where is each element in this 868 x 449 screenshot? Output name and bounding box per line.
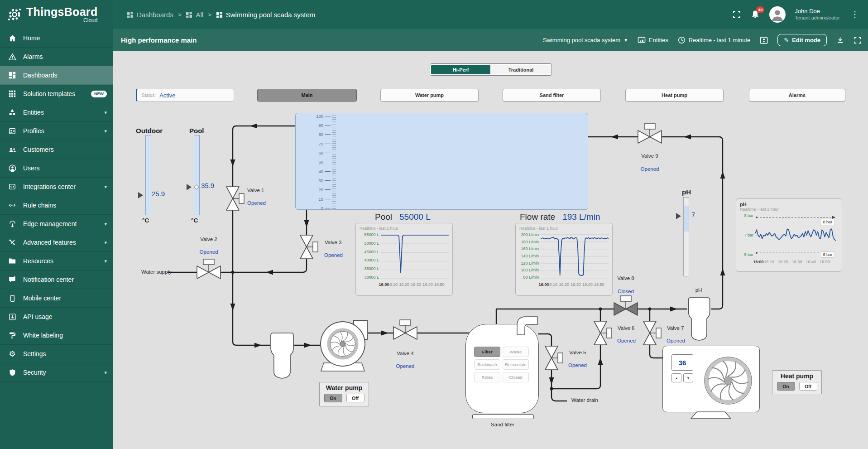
nav-button-heat-pump[interactable]: Heat pump: [625, 89, 724, 101]
sidebar-item-home[interactable]: Home: [0, 29, 113, 48]
image-icon[interactable]: [760, 37, 768, 44]
valve-4[interactable]: [393, 319, 418, 341]
sidebar-item-users[interactable]: Users: [0, 159, 113, 178]
top-header: ThingsBoard Cloud Dashboards > All > Swi…: [0, 0, 868, 29]
dashboard-toolbar: High performance main Swimming pool scad…: [113, 29, 868, 51]
sidebar-item-dashboards[interactable]: Dashboards: [0, 66, 113, 85]
heat-pump-setpoint-display[interactable]: 36: [671, 354, 693, 371]
pool-tank[interactable]: [295, 113, 588, 210]
mode-backwash-button[interactable]: Backwash: [474, 359, 500, 370]
pool-volume-kpi: Pool55000 L: [375, 212, 431, 222]
strainer-vessel[interactable]: [270, 332, 294, 379]
tab-hi-perf[interactable]: Hi-Perf: [431, 65, 490, 74]
flow-rate-kpi: Flow rate193 L/min: [520, 212, 600, 222]
sidebar-item-notification-center[interactable]: Notification center: [0, 270, 113, 289]
valve-7[interactable]: [639, 320, 662, 346]
breadcrumb: Dashboards > All > Swimming pool scada s…: [127, 11, 315, 19]
flow-rate-chart: [541, 232, 609, 280]
sidebar-item-mobile-center[interactable]: Mobile center: [0, 289, 113, 308]
valve-7-label: Valve 7: [667, 325, 684, 331]
sidebar-item-settings[interactable]: ⚙Settings: [0, 345, 113, 363]
valve-8[interactable]: [613, 295, 638, 317]
fullscreen-dashboard-icon[interactable]: [854, 36, 862, 44]
fullscreen-icon[interactable]: [732, 10, 741, 19]
outdoor-gauge-bar[interactable]: [145, 135, 151, 215]
notifications-bell-icon[interactable]: 33: [750, 10, 760, 19]
flow-rate-chart-card[interactable]: Realtime - last 1 hour 200 L/min180 L/mi…: [515, 223, 613, 296]
ph-gauge-value: 7: [691, 211, 695, 218]
mode-recirculate-button[interactable]: Recirculate: [503, 359, 529, 370]
dashboards-icon: [8, 71, 17, 80]
breadcrumb-dashboards[interactable]: Dashboards: [127, 11, 173, 19]
ph-chart-card[interactable]: pH Realtime - last 1 hour 8 bar7 bar6 ba…: [736, 198, 842, 272]
water-pump-control-card: Water pump On Off: [319, 382, 369, 406]
valve-2-status: Opened: [186, 249, 231, 255]
sidebar-item-security[interactable]: Security▾: [0, 363, 113, 382]
profiles-icon: [8, 126, 17, 135]
valve-2[interactable]: [196, 259, 221, 280]
sidebar-item-api-usage[interactable]: API usage: [0, 308, 113, 326]
valve-5[interactable]: [541, 345, 563, 371]
ph-upper-threshold-chip: 8 bar: [820, 219, 835, 225]
heat-pump-off-button[interactable]: Off: [799, 382, 817, 391]
nav-button-water-pump[interactable]: Water pump: [380, 89, 479, 101]
nav-button-alarms[interactable]: Alarms: [749, 89, 845, 101]
nav-button-sand-filter[interactable]: Sand filter: [503, 89, 601, 101]
sidebar-item-advanced-features[interactable]: Advanced features▾: [0, 233, 113, 252]
mode-closed-button[interactable]: Closed: [503, 372, 529, 382]
sidebar-item-white-labeling[interactable]: White labeling: [0, 326, 113, 345]
clock-icon: [678, 36, 686, 44]
pool-volume-chart-card[interactable]: Realtime - last 1 hour 55000 L50000 L450…: [355, 223, 453, 296]
tab-traditional[interactable]: Traditional: [491, 65, 551, 74]
users-icon: [8, 164, 17, 173]
valve-6[interactable]: [590, 320, 612, 346]
sidebar-item-customers[interactable]: Customers: [0, 140, 113, 159]
chevron-down-icon: ▾: [104, 184, 107, 190]
logo-title: ThingsBoard: [26, 5, 97, 19]
customers-icon: [8, 145, 17, 154]
chart-timewindow: Realtime - last 1 hour: [740, 207, 838, 212]
download-icon[interactable]: [836, 36, 844, 44]
nav-button-main[interactable]: Main: [257, 89, 357, 101]
sidebar-item-rule-chains[interactable]: Rule chains: [0, 196, 113, 215]
setpoint-down-button[interactable]: ▼: [683, 373, 693, 382]
tank-scale-minor-ticks: [332, 116, 336, 209]
sidebar-item-integrations-center[interactable]: Integrations center▾: [0, 178, 113, 196]
sidebar: Home Alarms Dashboards Solution template…: [0, 29, 113, 449]
sidebar-item-solution-templates[interactable]: Solution templatesNEW: [0, 85, 113, 103]
ph-gauge-fill: [684, 206, 689, 232]
sidebar-item-resources[interactable]: Resources▾: [0, 252, 113, 270]
new-badge: NEW: [91, 91, 107, 97]
ph-gauge-bar[interactable]: [683, 197, 689, 276]
avatar[interactable]: [769, 6, 786, 23]
breadcrumb-all[interactable]: All: [186, 11, 203, 19]
mode-filter-button[interactable]: Filter: [474, 347, 500, 357]
entities-button[interactable]: Entities: [638, 37, 668, 44]
sidebar-item-entities[interactable]: Entities▾: [0, 103, 113, 122]
mode-waste-button[interactable]: Waste: [503, 347, 529, 357]
sidebar-item-edge-management[interactable]: Edge management▾: [0, 215, 113, 233]
breadcrumb-current[interactable]: Swimming pool scada system: [216, 11, 316, 19]
water-pump[interactable]: [316, 317, 370, 372]
edit-mode-button[interactable]: ✎ Edit mode: [777, 34, 827, 46]
more-menu-icon[interactable]: ⋮: [849, 10, 861, 19]
ph-vessel[interactable]: [687, 297, 711, 341]
water-pump-on-button[interactable]: On: [324, 394, 342, 402]
view-tabs: Hi-Perf Traditional: [430, 63, 552, 76]
thingsboard-logo[interactable]: ThingsBoard Cloud: [0, 0, 113, 29]
mode-rinse-button[interactable]: Rinse: [474, 372, 500, 382]
setpoint-up-button[interactable]: ▲: [671, 373, 681, 382]
timewindow-button[interactable]: Realtime - last 1 minute: [678, 36, 751, 44]
dashboard-icon: [127, 11, 134, 18]
heat-pump-on-button[interactable]: On: [777, 382, 795, 391]
valve-3[interactable]: [296, 234, 318, 260]
valve-1[interactable]: [222, 186, 245, 211]
sidebar-item-profiles[interactable]: Profiles▾: [0, 122, 113, 140]
water-pump-off-button[interactable]: Off: [346, 394, 364, 402]
alarms-icon: [8, 52, 17, 61]
sidebar-item-alarms[interactable]: Alarms: [0, 48, 113, 66]
dashboard-select[interactable]: Swimming pool scada system▼: [543, 37, 628, 43]
valve-9[interactable]: [637, 123, 662, 145]
pool-gauge-bar[interactable]: [194, 135, 200, 215]
user-info[interactable]: John Doe Tenant administrator: [795, 8, 840, 21]
